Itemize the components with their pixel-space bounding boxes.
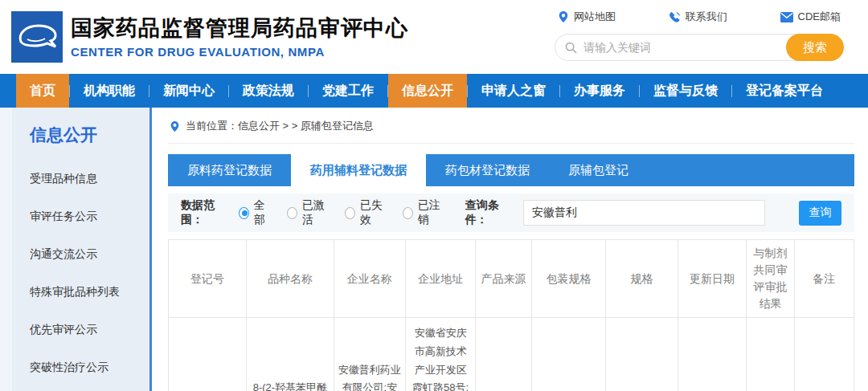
radio-all-circle-icon — [239, 207, 249, 219]
header-right: 网站地图 联系我们 CDE邮箱 — [555, 10, 844, 61]
search-icon — [565, 42, 577, 54]
page-body: 信息公开 受理品种信息 审评任务公示 沟通交流公示 特殊审批品种列表 优先审评公… — [0, 108, 868, 391]
nav-item-policies[interactable]: 政策法规 — [229, 74, 308, 108]
query-label: 查询条件： — [465, 198, 514, 227]
radio-activated-label: 已激活 — [302, 198, 330, 227]
sitemap-link[interactable]: 网站地图 — [558, 10, 616, 24]
tab-api-registration[interactable]: 原料药登记数据 — [168, 154, 291, 186]
radio-all[interactable]: 全部 — [239, 198, 272, 227]
cell-package-spec: 25kg/袋/桶 — [532, 318, 606, 391]
radio-activated[interactable]: 已激活 — [287, 198, 330, 227]
sidebar-item-accepted-products[interactable]: 受理品种信息 — [30, 172, 149, 186]
cell-update-date: 2024-08-06 — [678, 318, 746, 391]
col-remarks: 备注 — [794, 240, 854, 318]
tab-strip: 原料药登记数据 药用辅料登记数据 药包材登记数据 原辅包登记 — [168, 154, 854, 186]
location-pin-icon — [558, 10, 569, 23]
left-gutter — [0, 108, 12, 391]
site-header: 国家药品监督管理局药品审评中心 CENTER FOR DRUG EVALUATI… — [0, 0, 868, 74]
mail-icon — [780, 12, 793, 22]
search-input[interactable] — [583, 41, 805, 54]
radio-cancelled[interactable]: 已注销 — [403, 198, 446, 227]
nav-item-supervision[interactable]: 监督与反馈 — [640, 74, 731, 108]
col-company-name: 企业名称 — [334, 240, 406, 318]
nav-item-registration-platform[interactable]: 登记备案平台 — [732, 74, 837, 108]
cell-registration-no: F20240000398 — [169, 318, 247, 391]
contact-link-label: 联系我们 — [686, 10, 727, 24]
cde-logo — [11, 11, 63, 63]
cell-joint-review-result: I — [747, 318, 795, 391]
search-button[interactable]: 搜索 — [786, 34, 844, 61]
phone-icon — [669, 11, 681, 23]
col-company-address: 企业地址 — [406, 240, 476, 318]
sidebar-item-breakthrough-therapy[interactable]: 突破性治疗公示 — [30, 360, 149, 375]
main-content: 当前位置：信息公开 > > 原辅包登记信息 原料药登记数据 药用辅料登记数据 药… — [152, 108, 868, 391]
cell-company-address: 安徽省安庆市高新技术产业开发区霞虹路58号;安徽省安庆市高新技术产业开发区霞虹路… — [406, 318, 476, 391]
cell-spec: 药用辅料 — [606, 318, 678, 391]
nav-item-applicant[interactable]: 申请人之窗 — [468, 74, 559, 108]
cell-remarks — [794, 318, 854, 391]
col-update-date: 更新日期 — [678, 240, 746, 318]
tab-excipient-registration[interactable]: 药用辅料登记数据 — [291, 154, 426, 192]
nav-item-home[interactable]: 首页 — [16, 74, 69, 108]
search-row: 搜索 — [555, 34, 844, 61]
nav-item-functions[interactable]: 机构职能 — [70, 74, 149, 108]
query-button[interactable]: 查询 — [799, 201, 841, 226]
nav-item-services[interactable]: 办事服务 — [560, 74, 639, 108]
cell-origin: 国产 — [476, 318, 532, 391]
cde-mail-link[interactable]: CDE邮箱 — [780, 10, 841, 24]
registration-table: 登记号 品种名称 企业名称 企业地址 产品来源 包装规格 规格 更新日期 与制剂… — [168, 239, 854, 391]
radio-expired[interactable]: 已失效 — [345, 198, 388, 227]
main-nav: 首页 机构职能 新闻中心 政策法规 党建工作 信息公开 申请人之窗 办事服务 监… — [0, 74, 868, 108]
sitemap-link-label: 网站地图 — [574, 10, 616, 24]
col-origin: 产品来源 — [476, 240, 532, 318]
sidebar-item-review-tasks[interactable]: 审评任务公示 — [30, 210, 149, 224]
cde-logo-swoosh-icon — [11, 11, 63, 63]
scope-label: 数据范围： — [181, 198, 229, 227]
quick-links: 网站地图 联系我们 CDE邮箱 — [555, 10, 844, 24]
radio-cancelled-label: 已注销 — [418, 198, 446, 227]
sidebar-item-priority-review[interactable]: 优先审评公示 — [30, 323, 149, 337]
contact-link[interactable]: 联系我们 — [669, 10, 727, 24]
col-joint-review-result: 与制剂共同审评审批结果 — [747, 240, 795, 318]
breadcrumb-text: 当前位置：信息公开 > > 原辅包登记信息 — [186, 119, 374, 133]
filter-bar: 数据范围： 全部 已激活 已失效 已注销 查询条件： 查询 — [168, 193, 854, 232]
cde-mail-link-label: CDE邮箱 — [798, 10, 841, 24]
sidebar: 信息公开 受理品种信息 审评任务公示 沟通交流公示 特殊审批品种列表 优先审评公… — [12, 108, 149, 391]
radio-activated-circle-icon — [287, 207, 297, 219]
search-box[interactable] — [555, 34, 815, 61]
radio-all-label: 全部 — [254, 198, 272, 227]
tab-raw-aux-pack[interactable]: 原辅包登记 — [549, 154, 648, 186]
radio-expired-circle-icon — [345, 207, 355, 219]
radio-expired-label: 已失效 — [360, 198, 388, 227]
col-registration-no: 登记号 — [169, 240, 247, 318]
cell-product-name: 8-(2-羟基苯甲酰胺基)辛酸钠 — [247, 318, 334, 391]
sidebar-title: 信息公开 — [30, 124, 149, 146]
col-package-spec: 包装规格 — [532, 240, 606, 318]
nav-item-news[interactable]: 新闻中心 — [149, 74, 228, 108]
site-title: 国家药品监督管理局药品审评中心 — [71, 15, 408, 43]
cell-company-name: 安徽普利药业有限公司;安徽普利药业有限公司 — [334, 318, 406, 391]
sidebar-item-special-approval[interactable]: 特殊审批品种列表 — [30, 285, 149, 299]
breadcrumb-pin-icon — [170, 120, 180, 132]
tab-packaging-registration[interactable]: 药包材登记数据 — [426, 154, 549, 186]
breadcrumb: 当前位置：信息公开 > > 原辅包登记信息 — [168, 108, 854, 144]
table-row[interactable]: F20240000398 8-(2-羟基苯甲酰胺基)辛酸钠 安徽普利药业有限公司… — [169, 318, 854, 391]
sidebar-item-communication[interactable]: 沟通交流公示 — [30, 247, 149, 262]
query-input[interactable] — [523, 200, 765, 226]
nav-item-info-disclosure[interactable]: 信息公开 — [388, 74, 467, 108]
table-header-row: 登记号 品种名称 企业名称 企业地址 产品来源 包装规格 规格 更新日期 与制剂… — [169, 240, 854, 318]
site-subtitle: CENTER FOR DRUG EVALUATION, NMPA — [71, 45, 408, 59]
col-spec: 规格 — [606, 240, 678, 318]
brand-block: 国家药品监督管理局药品审评中心 CENTER FOR DRUG EVALUATI… — [71, 15, 408, 59]
col-product-name: 品种名称 — [247, 240, 334, 318]
radio-cancelled-circle-icon — [403, 207, 413, 219]
nav-item-party[interactable]: 党建工作 — [309, 74, 387, 108]
